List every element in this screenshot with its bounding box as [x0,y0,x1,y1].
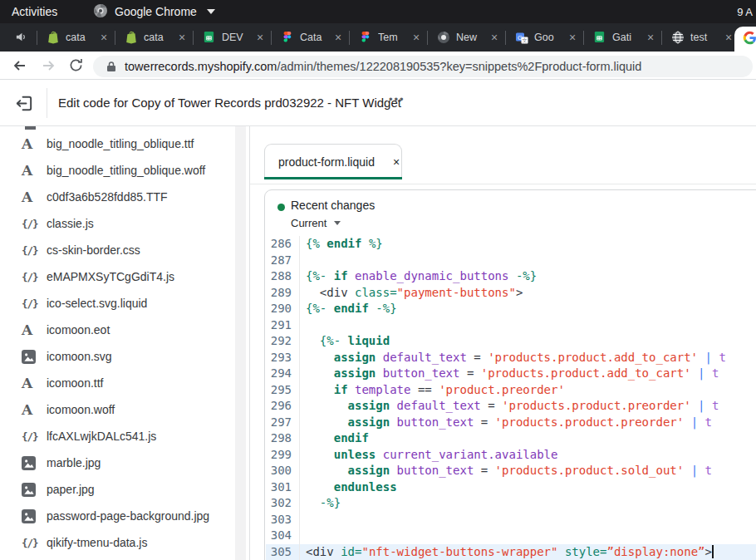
tab-close-icon[interactable]: × [725,32,732,43]
activities-button[interactable]: Activities [12,5,57,18]
active-tab-underline [264,177,402,179]
lock-icon[interactable] [106,61,116,72]
browser-tab[interactable]: cata× [37,23,115,52]
file-item[interactable]: {/}qikify-tmenu-data.js [0,529,233,556]
code-line[interactable]: 304 [266,528,756,544]
code-line[interactable]: 302 -%} [266,495,756,512]
code-file-icon: {/} [22,297,47,310]
editor-panel: Recent changes Current 286{% endif %}287… [264,189,756,560]
file-item[interactable]: Aicomoon.eot [0,317,233,343]
file-name: cs-skin-border.css [47,243,140,257]
file-name: big_noodle_titling_oblique.woff [47,164,205,177]
recent-changes-label: Recent changes [291,199,375,212]
shopify-icon [47,31,60,44]
browser-tab[interactable]: DEV× [194,23,271,52]
file-item[interactable]: Ac0df3a6b528fdd85.TTF [0,184,233,210]
tab-close-icon[interactable]: × [569,32,576,43]
close-tab-icon[interactable]: × [393,155,400,169]
editor-file-tab[interactable]: product-form.liquid × [264,144,402,179]
file-name: icomoon.woff [47,403,115,416]
file-name: icomoon.ttf [47,376,103,390]
code-line[interactable]: 286{% endif %} [266,236,756,253]
file-name: big_noodle_titling_oblique.ttf [47,137,194,150]
code-text: <div class="payment-buttons"> [306,285,523,302]
browser-tab[interactable]: test× [662,23,739,52]
back-button[interactable] [12,57,28,77]
code-line[interactable]: 295 if template == 'product.preorder' [266,382,756,399]
file-item[interactable]: Abig_noodle_titling_oblique.woff [0,157,233,184]
font-file-icon: A [22,189,47,205]
file-item[interactable]: {/}lfcAXLwjkDALc541.js [0,423,233,449]
tab-close-icon[interactable]: × [101,32,107,43]
code-line[interactable]: 294 assign button_text = 'products.produ… [266,366,756,382]
browser-tab[interactable]: Gati× [584,23,661,52]
code-line[interactable]: 296 assign default_text = 'products.prod… [266,398,756,415]
exit-code-editor-button[interactable] [12,91,36,115]
file-item[interactable]: {/}eMAPMXSyTCgGdiT4.js [0,263,233,290]
code-area[interactable]: 286{% endif %}287288{%- if enable_dynami… [266,236,756,560]
url-text[interactable]: towerrecords.myshopify.com/admin/themes/… [125,60,641,73]
browser-tab-active[interactable] [734,27,756,52]
line-number: 287 [266,253,300,269]
tab-close-icon[interactable]: × [179,32,185,43]
file-name: icomoon.svg [47,350,112,363]
code-line[interactable]: 289 <div class="payment-buttons"> [266,285,756,302]
browser-tab[interactable]: New× [428,23,505,52]
sidebar-scrollbar[interactable] [235,126,246,560]
tab-close-icon[interactable]: × [647,32,654,43]
version-dropdown[interactable]: Current [291,217,341,229]
image-file-icon [22,350,47,364]
file-name: ico-select.svg.liquid [47,297,147,310]
browser-tab[interactable]: cata× [115,23,193,52]
header-divider [47,88,47,118]
app-menu[interactable]: Google Chrome [93,3,215,21]
line-number: 294 [266,366,300,382]
speaker-icon[interactable] [15,31,27,47]
svg-text:文: 文 [522,37,528,43]
browser-tab[interactable]: G文Goo× [506,23,583,52]
code-line[interactable]: 293 assign default_text = 'products.prod… [266,350,756,366]
clock[interactable]: 9 A [737,6,753,18]
file-item[interactable]: Aicomoon.ttf [0,370,233,396]
code-line[interactable]: 300 assign button_text = 'products.produ… [266,463,756,479]
code-line[interactable]: 303 [266,512,756,528]
file-item[interactable]: {/}ico-select.svg.liquid [0,290,233,317]
code-line[interactable]: 292 {%- liquid [266,333,756,350]
line-number: 289 [266,285,300,302]
address-bar[interactable]: towerrecords.myshopify.com/admin/themes/… [93,56,753,77]
browser-tab-strip: cata×cata×DEV×Cata×Tem×New×G文Goo×Gati×te… [0,23,756,52]
tab-title: cata [66,32,94,43]
line-number: 297 [266,415,300,431]
page-title: Edit code for Copy of Tower Records prd0… [58,96,401,110]
file-item[interactable]: password-page-background.jpg [0,503,233,529]
file-item[interactable]: marble.jpg [0,449,233,476]
tab-close-icon[interactable]: × [491,32,498,43]
forward-button[interactable] [40,57,56,77]
code-line[interactable]: 291 [266,317,756,334]
code-line[interactable]: 287 [266,253,756,269]
browser-tab[interactable]: Cata× [272,23,349,52]
tab-close-icon[interactable]: × [257,32,263,43]
file-item[interactable]: Aicomoon.woff [0,396,233,423]
version-dropdown-value: Current [291,217,326,229]
code-text: <div id="nft-widget-buttons-wrapper" sty… [306,544,714,560]
tab-close-icon[interactable]: × [335,32,341,43]
file-item[interactable]: {/}classie.js [0,210,233,237]
code-line[interactable]: 288{%- if enable_dynamic_buttons -%} [266,268,756,285]
code-line[interactable]: 290{%- endif -%} [266,301,756,317]
reload-button[interactable] [68,57,84,76]
browser-tab[interactable]: Tem× [350,23,427,52]
file-item[interactable]: paper.jpg [0,476,233,503]
code-line[interactable]: 299 unless current_variant.available [266,447,756,464]
file-item[interactable]: icomoon.svg [0,343,233,370]
more-options-button[interactable]: ••• [389,93,405,106]
code-line[interactable]: 298 endif [266,430,756,447]
tab-title: New [456,32,484,43]
code-line[interactable]: 301 endunless [266,479,756,496]
unsaved-changes-dot-icon [277,204,285,211]
file-item[interactable]: Abig_noodle_titling_oblique.ttf [0,130,233,157]
file-item[interactable]: {/}cs-skin-border.css [0,237,233,263]
code-line[interactable]: 297 assign button_text = 'products.produ… [266,415,756,431]
code-line-active[interactable]: 305<div id="nft-widget-buttons-wrapper" … [266,544,756,560]
tab-close-icon[interactable]: × [413,32,420,43]
